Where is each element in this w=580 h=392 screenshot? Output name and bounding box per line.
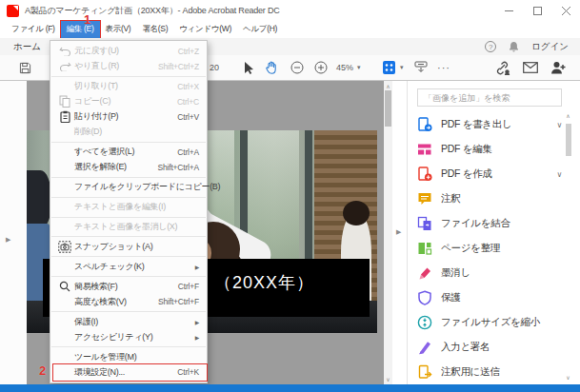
menu-item-8[interactable]: すべてを選択(L)Ctrl+A	[50, 145, 207, 160]
banner-text: （20XX年）	[214, 271, 314, 294]
menubar-item-0[interactable]: ファイル (F)	[6, 21, 61, 38]
tools-panel: PDF を書き出し∨PDF を編集PDF を作成∨注釈ファイルを結合ページを整理…	[407, 81, 580, 384]
tool-item-combine-files[interactable]: ファイルを結合	[417, 211, 562, 236]
menu-separator	[51, 311, 206, 312]
menu-item-15: テキストと画像を墨消し(X)	[50, 220, 207, 235]
menubar-item-4[interactable]: ウィンドウ(W)	[173, 21, 237, 38]
tool-item-organize-pages[interactable]: ページを整理	[417, 236, 562, 261]
menu-item-6: 削除(D)	[50, 125, 207, 140]
edit-menu-dropdown: 元に戻す(U)Ctrl+Zやり直し(R)Shift+Ctrl+Z切り取り(T)C…	[50, 40, 208, 383]
menubar-item-3[interactable]: 署名(S)	[136, 21, 173, 38]
tool-item-create-pdf[interactable]: PDF を作成∨	[417, 162, 562, 186]
menu-item-label: やり直し(R)	[74, 60, 119, 72]
acrobat-app-icon	[7, 5, 19, 17]
search-icon	[55, 281, 74, 292]
fill-sign-icon	[417, 340, 432, 355]
minimize-button[interactable]	[494, 0, 523, 21]
submenu-arrow-icon: ▶	[195, 319, 199, 325]
navigation-rail: ▶	[0, 81, 27, 384]
menu-item-5[interactable]: 貼り付け(P)Ctrl+V	[50, 109, 207, 125]
add-user-icon[interactable]	[550, 55, 566, 80]
panel-scrollbar[interactable]: ∧ ∨	[564, 112, 573, 381]
scrollbar-thumb[interactable]	[566, 124, 571, 156]
tools-search-input[interactable]	[417, 88, 562, 107]
scroll-down-icon[interactable]: ∨	[564, 374, 572, 381]
tool-item-redact[interactable]: 墨消し	[417, 261, 562, 285]
save-button[interactable]	[19, 55, 31, 80]
zoom-level-dropdown[interactable]: 45% ▾	[336, 55, 361, 80]
email-icon[interactable]	[523, 55, 538, 80]
tool-item-label: PDF を編集	[441, 143, 492, 156]
paste-icon	[55, 110, 74, 123]
notifications-bell-icon[interactable]	[509, 41, 519, 52]
menu-item-label: 高度な検索(V)	[74, 296, 127, 308]
menu-item-22[interactable]: 高度な検索(V)Shift+Ctrl+F	[50, 294, 207, 309]
menu-item-28[interactable]: 環境設定(N)...Ctrl+K	[50, 364, 207, 380]
tool-item-fill-sign[interactable]: 入力と署名	[417, 335, 562, 360]
menu-item-24[interactable]: 保護(I)▶	[50, 314, 207, 329]
chevron-down-icon: ∨	[556, 170, 562, 179]
maximize-button[interactable]	[523, 0, 551, 21]
menu-item-17[interactable]: スナップショット(A)	[50, 239, 207, 254]
menu-shortcut: Ctrl+F	[172, 282, 199, 291]
menu-item-11[interactable]: ファイルをクリップボードにコピー(B)	[50, 180, 207, 195]
help-icon[interactable]: ?	[485, 41, 496, 52]
menu-item-25[interactable]: アクセシビリティ(Y)▶	[50, 329, 207, 344]
menubar-item-1[interactable]: 編集 (E)	[61, 21, 100, 38]
scroll-up-icon[interactable]: ∧	[564, 112, 572, 119]
menu-item-label: 貼り付け(P)	[74, 110, 118, 123]
tools-panel-toggle[interactable]: ▶	[396, 228, 401, 236]
menu-separator	[51, 197, 206, 198]
undo-icon	[55, 46, 74, 56]
page-view-button[interactable]: ▾	[382, 55, 404, 80]
menu-item-21[interactable]: 簡易検索(F)Ctrl+F	[50, 279, 207, 294]
chevron-down-icon: ∨	[556, 121, 562, 129]
dropdown-arrow-icon: ▾	[357, 64, 361, 71]
menu-item-9[interactable]: 選択を解除(E)Shift+Ctrl+A	[50, 160, 207, 175]
nav-pane-toggle[interactable]: ▶	[6, 236, 10, 244]
combine-files-icon	[417, 216, 432, 231]
menu-item-27[interactable]: ツールを管理(M)	[50, 349, 207, 364]
document-scrollbar[interactable]: ∧ ∨	[384, 81, 392, 384]
tool-item-label: 墨消し	[441, 266, 470, 280]
menu-separator	[51, 142, 206, 143]
menu-item-0: 元に戻す(U)Ctrl+Z	[50, 44, 207, 59]
menu-shortcut: Ctrl+C	[171, 97, 199, 107]
tool-item-protect[interactable]: 保護	[417, 285, 562, 310]
close-button[interactable]	[551, 0, 580, 21]
scroll-down-icon[interactable]: ∨	[384, 376, 392, 382]
redact-icon	[417, 265, 432, 281]
menu-separator	[51, 276, 206, 277]
scroll-up-icon[interactable]: ∧	[384, 83, 392, 89]
tool-item-send-for-comments[interactable]: 注釈用に送信	[417, 360, 562, 384]
menubar-item-2[interactable]: 表示(V)	[100, 21, 137, 38]
zoom-in-button[interactable]	[314, 55, 328, 80]
hand-tool-button[interactable]	[266, 55, 278, 80]
submenu-arrow-icon: ▶	[195, 334, 199, 341]
menu-item-label: 削除(D)	[74, 126, 102, 138]
menu-item-4: コピー(C)Ctrl+C	[50, 94, 207, 109]
tool-item-export-pdf[interactable]: PDF を書き出し∨	[417, 112, 562, 137]
menubar-item-5[interactable]: ヘルプ(H)	[237, 21, 283, 38]
menu-item-label: スナップショット(A)	[74, 241, 152, 253]
menu-item-19[interactable]: スペルチェック(K)▶	[50, 259, 207, 274]
menu-separator	[51, 177, 206, 178]
tool-item-edit-pdf[interactable]: PDF を編集	[417, 137, 562, 162]
export-pdf-icon	[417, 117, 432, 132]
more-tools-button[interactable]: ···	[437, 55, 450, 80]
menu-item-label: ツールを管理(M)	[74, 351, 136, 363]
scrolling-mode-button[interactable]	[413, 55, 429, 80]
zoom-out-button[interactable]	[290, 55, 304, 80]
share-link-icon[interactable]	[494, 55, 510, 80]
annotation-step-2: 2	[39, 363, 46, 378]
scrollbar-thumb[interactable]	[385, 90, 391, 127]
compress-icon	[417, 315, 432, 330]
login-button[interactable]: ログイン	[531, 41, 569, 53]
select-tool-button[interactable]	[244, 55, 254, 80]
tab-home[interactable]: ホーム	[0, 38, 54, 55]
tool-item-label: ファイルサイズを縮小	[441, 316, 540, 329]
tool-item-compress[interactable]: ファイルサイズを縮小	[417, 310, 562, 335]
protect-icon	[417, 290, 432, 305]
tool-item-comment[interactable]: 注釈	[417, 186, 562, 211]
taskbar-edge	[0, 384, 580, 392]
